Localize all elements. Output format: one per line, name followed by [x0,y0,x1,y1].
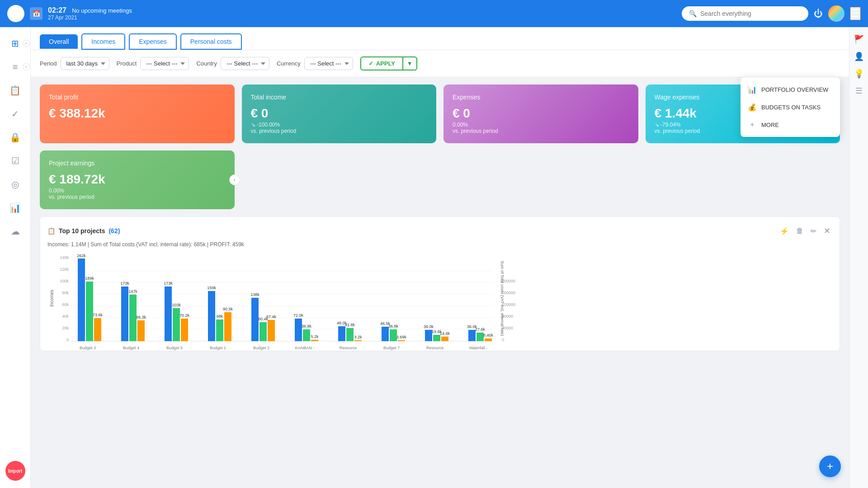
docs-icon: 📋 [9,85,21,96]
chart-filter-btn[interactable]: ⚡ [778,224,791,238]
bar-b1-orange [224,312,231,341]
country-select[interactable]: --- Select --- [221,57,269,70]
topbar: 📅 02:27 No upcoming meetings 27 Apr 2021… [0,0,868,27]
kpi-wage-change-pct: ↘ -79.04% [655,122,681,128]
svg-text:Budget 2: Budget 2 [253,346,269,350]
sidebar-expand-btn[interactable]: › [23,40,30,47]
svg-text:173k: 173k [164,281,173,286]
kpi-expenses-value: € 0 [453,106,629,121]
bar-res2-green [433,335,440,341]
sidebar-item-list[interactable]: ≡ › [5,56,26,78]
bar-b5-orange [181,319,188,341]
apply-dropdown-button[interactable]: ▼ [403,56,417,70]
svg-text:0: 0 [66,338,69,342]
search-input[interactable] [700,10,801,17]
svg-text:67.4k: 67.4k [266,314,277,319]
sidebar-item-reports[interactable]: 📊 [5,197,26,219]
chart-edit-btn[interactable]: ✏ [809,224,818,238]
svg-text:Budget 3: Budget 3 [80,346,96,350]
bar-b7-green [390,329,397,341]
bar-wf-orange [485,338,492,341]
sidebar-item-cloud[interactable]: ☁ [5,221,26,242]
sidebar-item-docs[interactable]: 📋 [5,80,26,101]
kpi-profit-value: € 388.12k [49,106,226,121]
period-select[interactable]: last 30 days [61,57,109,70]
cloud-icon: ☁ [11,226,20,237]
portfolio-label: PORTFOLIO OVERVIEW [761,86,828,93]
plus-icon: + [748,121,757,129]
svg-text:70.2k: 70.2k [179,313,190,318]
tab-personal-costs[interactable]: Personal costs [180,33,242,50]
main-content: Overall Incomes Expenses Personal costs … [31,27,849,488]
chart-delete-btn[interactable]: 🗑 [794,224,805,238]
dropdown-portfolio[interactable]: 📊 PORTFOLIO OVERVIEW [741,81,840,99]
bar-b7-blue [382,327,389,341]
import-label: Import [8,469,22,474]
currency-filter: Currency --- Select --- [277,57,353,70]
svg-text:72.0k: 72.0k [293,313,304,318]
kpi-income-change: ↘ -100.00% vs. previous period [251,122,428,134]
kpi-earnings-title: Project earnings [49,160,226,167]
apply-button[interactable]: ✓ APPLY [360,56,403,70]
bar-b3-blue [78,258,85,341]
bar-b4-orange [137,320,145,341]
topbar-date: 27 Apr 2021 [48,14,132,21]
portfolio-icon: 📊 [748,85,757,94]
search-icon: 🔍 [689,10,697,17]
search-bar[interactable]: 🔍 [682,6,808,21]
bar-res2-blue [425,330,432,341]
target-icon: ◎ [11,179,19,190]
tab-incomes[interactable]: Incomes [81,33,125,50]
kpi-income-change-vs: vs. previous period [251,128,297,134]
import-button[interactable]: Import [5,461,25,481]
period-filter: Period last 30 days [40,57,109,70]
chart-count: (62) [108,227,120,235]
kpi-earnings-change-vs: vs. previous period [49,194,94,200]
kpi-income-change-pct: ↘ -100.00% [251,122,280,128]
svg-text:140k: 140k [60,255,69,260]
dropdown-more[interactable]: + MORE [741,116,840,133]
user-search-icon[interactable]: 👤 [854,52,864,61]
svg-text:100k: 100k [60,279,69,283]
svg-text:189k: 189k [85,276,94,281]
list-details-icon[interactable]: ☰ [855,86,863,96]
fab-add-button[interactable]: + [819,455,841,477]
dashboard-icon: ⊞ [11,38,19,49]
currency-select[interactable]: --- Select --- [304,57,353,70]
sidebar-item-verify[interactable]: ☑ [5,150,26,172]
power-button[interactable]: ⏻ [814,9,823,19]
calendar-icon[interactable]: 📅 [30,7,42,20]
svg-text:103k: 103k [172,303,181,307]
svg-text:3.69k: 3.69k [396,335,407,339]
lightbulb-icon[interactable]: 💡 [854,69,864,79]
country-label: Country [196,60,217,67]
bar-b7-orange [398,340,405,341]
product-filter: Product --- Select --- [117,57,189,70]
period-label: Period [40,60,57,67]
tab-expenses[interactable]: Expenses [129,33,176,50]
apply-label: APPLY [376,60,395,67]
dropdown-budgets[interactable]: 💰 BUDGETS ON TASKS [741,99,840,116]
sidebar-item-security[interactable]: 🔒 [5,127,26,148]
chart-section: 📋 Top 10 projects (62) ⚡ 🗑 ✏ ✕ Incomes: … [40,216,840,351]
hamburger-menu-button[interactable]: ☰ [850,7,861,20]
budgets-label: BUDGETS ON TASKS [761,104,821,111]
sidebar-item-tasks[interactable]: ✓ [5,103,26,125]
next-card-chevron[interactable]: › [229,174,240,185]
kpi-earnings-change-pct: 0.00% [49,188,64,194]
app-logo[interactable] [7,5,24,22]
svg-text:159k: 159k [207,286,216,290]
svg-text:27.6k: 27.6k [475,327,486,332]
chart-title: 📋 Top 10 projects (62) [47,227,120,235]
user-avatar[interactable] [828,5,844,22]
tab-overall[interactable]: Overall [40,34,78,49]
svg-text:90.5k: 90.5k [223,307,233,311]
sidebar-item-dashboard[interactable]: ⊞ › [5,33,26,54]
kpi-expenses: Expenses € 0 0.00% vs. previous period [443,84,638,143]
bar-b5-green [173,308,180,341]
chart-close-btn[interactable]: ✕ [822,224,832,238]
flag-icon[interactable]: 🚩 [854,34,864,44]
sidebar-item-goals[interactable]: ◎ [5,174,26,195]
product-select[interactable]: --- Select --- [140,57,189,70]
sidebar-expand-btn-2[interactable]: › [23,63,30,70]
